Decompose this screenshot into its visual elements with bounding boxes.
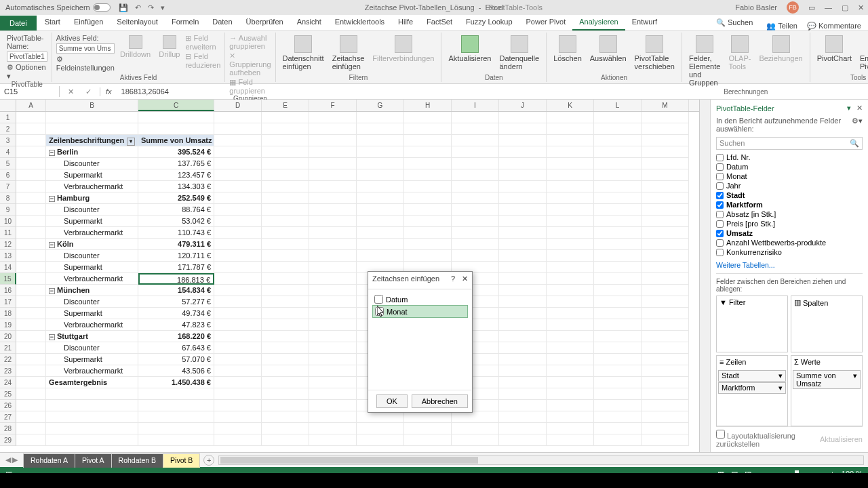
comments-button[interactable]: 💬 Kommentare (807, 22, 861, 30)
cell[interactable]: −München (46, 285, 138, 296)
dialog-close-icon[interactable]: ✕ (462, 274, 468, 286)
column-header-I[interactable]: I (452, 100, 499, 111)
column-header-E[interactable]: E (262, 100, 309, 111)
row-header[interactable]: 2 (0, 123, 16, 135)
column-header-A[interactable]: A (16, 100, 46, 111)
column-header-C[interactable]: C (138, 100, 214, 111)
row-header[interactable]: 3 (0, 135, 16, 146)
cell[interactable]: Verbrauchermarkt (46, 365, 138, 377)
row-header[interactable]: 12 (0, 239, 16, 250)
cell[interactable] (138, 434, 214, 446)
cell[interactable]: 49.734 € (138, 308, 214, 319)
rows-area[interactable]: ≡ZeilenStadt▾Marktform▾ (716, 355, 788, 426)
field-item[interactable]: Anzahl Wettbewerbs-produkte (716, 238, 863, 247)
values-area[interactable]: ΣWerteSumme von Umsatz▾ (791, 355, 863, 426)
active-field-input[interactable]: Summe von Ums (56, 43, 115, 54)
cell[interactable] (46, 123, 138, 135)
collapse-icon[interactable]: − (49, 242, 55, 248)
row-header[interactable]: 11 (0, 227, 16, 239)
row-header[interactable]: 28 (0, 423, 16, 434)
pivottable-name-input[interactable]: PivotTable1 (7, 52, 47, 62)
cell[interactable]: Discounter (46, 250, 138, 262)
cell[interactable] (138, 411, 214, 423)
column-header-H[interactable]: H (404, 100, 452, 111)
close-icon[interactable]: ✕ (858, 3, 864, 12)
field-search-input[interactable]: Suchen🔍 (716, 137, 863, 150)
move-button[interactable]: PivotTable verschieben (632, 34, 677, 72)
formula-input[interactable]: 186813,26064 (117, 87, 173, 96)
row-header[interactable]: 16 (0, 285, 16, 296)
row-header[interactable]: 1 (0, 112, 16, 123)
row-header[interactable]: 20 (0, 331, 16, 342)
field-item[interactable]: Monat (716, 171, 863, 181)
pane-options-icon[interactable]: ▾ (847, 104, 851, 112)
tab-analysieren[interactable]: Analysieren (572, 14, 625, 30)
cell[interactable] (46, 434, 138, 446)
maximize-icon[interactable]: ▢ (842, 3, 848, 12)
tab-hilfe[interactable]: Hilfe (391, 14, 420, 30)
field-settings-button[interactable]: ⚙ Feldeinstellungen (56, 55, 115, 72)
cell[interactable]: 154.834 € (138, 285, 214, 296)
cell[interactable]: Gesamtergebnis (46, 377, 138, 388)
cell[interactable] (138, 423, 214, 434)
dialog-help-icon[interactable]: ? (451, 274, 455, 286)
select-all-corner[interactable] (0, 100, 16, 111)
tab-fuzzy lookup[interactable]: Fuzzy Lookup (459, 14, 519, 30)
sheet-tab[interactable]: Pivot B (163, 453, 200, 468)
autosave-toggle[interactable]: Automatisches Speichern (5, 3, 111, 12)
cell[interactable] (46, 388, 138, 400)
cell[interactable]: 57.070 € (138, 354, 214, 365)
row-header[interactable]: 19 (0, 319, 16, 331)
undo-icon[interactable]: ↶ (135, 3, 141, 12)
column-header-K[interactable]: K (547, 100, 594, 111)
column-header-M[interactable]: M (642, 100, 689, 111)
save-icon[interactable]: 💾 (119, 3, 128, 12)
pivotchart-button[interactable]: PivotChart (814, 34, 854, 64)
cell[interactable]: Supermarkt (46, 169, 138, 181)
row-header[interactable]: 10 (0, 216, 16, 227)
column-header-B[interactable]: B (46, 100, 138, 111)
fx-icon[interactable]: fx (100, 87, 117, 96)
cell[interactable]: Supermarkt (46, 308, 138, 319)
horizontal-scrollbar[interactable] (218, 455, 864, 465)
insert-timeline-button[interactable]: Zeitachse einfügen (330, 34, 368, 72)
clear-button[interactable]: Löschen (551, 34, 585, 64)
collapse-icon[interactable]: − (49, 196, 55, 202)
cell[interactable] (46, 411, 138, 423)
tab-entwicklertools[interactable]: Entwicklertools (328, 14, 391, 30)
filter-dropdown-icon[interactable]: ▾ (127, 138, 135, 146)
cell[interactable]: 53.042 € (138, 216, 214, 227)
cell[interactable]: Supermarkt (46, 216, 138, 227)
cell[interactable]: 168.220 € (138, 331, 214, 342)
tab-daten[interactable]: Daten (205, 14, 239, 30)
cell[interactable] (138, 400, 214, 411)
cell[interactable]: −Hamburg (46, 192, 138, 204)
enter-formula-icon[interactable]: ✓ (85, 87, 92, 96)
cell[interactable]: Supermarkt (46, 354, 138, 365)
change-datasource-button[interactable]: Datenquelle ändern (496, 34, 542, 72)
cell[interactable]: Discounter (46, 342, 138, 354)
cell[interactable]: 395.524 € (138, 146, 214, 158)
sheet-tab[interactable]: Rohdaten A (23, 453, 75, 468)
area-chip[interactable]: Stadt▾ (718, 370, 786, 382)
tab-überprüfen[interactable]: Überprüfen (239, 14, 290, 30)
column-header-D[interactable]: D (214, 100, 262, 111)
cell[interactable]: 43.506 € (138, 365, 214, 377)
row-header[interactable]: 13 (0, 250, 16, 262)
ribbon-options-icon[interactable]: ▭ (808, 3, 815, 12)
insert-slicer-button[interactable]: Datenschnitt einfügen (280, 34, 327, 72)
search-tab[interactable]: 🔍 Suchen (709, 15, 760, 30)
vertical-scrollbar[interactable] (699, 100, 710, 452)
area-chip[interactable]: Marktform▾ (718, 382, 786, 394)
field-item[interactable]: Konkurrenzrisiko (716, 247, 863, 257)
cell[interactable]: Zeilenbeschriftungen▾ (46, 135, 138, 146)
timeline-option-datum[interactable]: Datum (372, 293, 468, 305)
cell[interactable]: −Köln (46, 239, 138, 250)
gear-icon[interactable]: ⚙▾ (852, 117, 863, 133)
minimize-icon[interactable]: — (825, 3, 832, 12)
sheet-tab[interactable]: Rohdaten B (111, 453, 163, 468)
cell[interactable]: Discounter (46, 296, 138, 308)
recommended-button[interactable]: Empfohlene PivotTables (857, 34, 868, 72)
tab-entwurf[interactable]: Entwurf (625, 14, 664, 30)
field-item[interactable]: Jahr (716, 181, 863, 190)
